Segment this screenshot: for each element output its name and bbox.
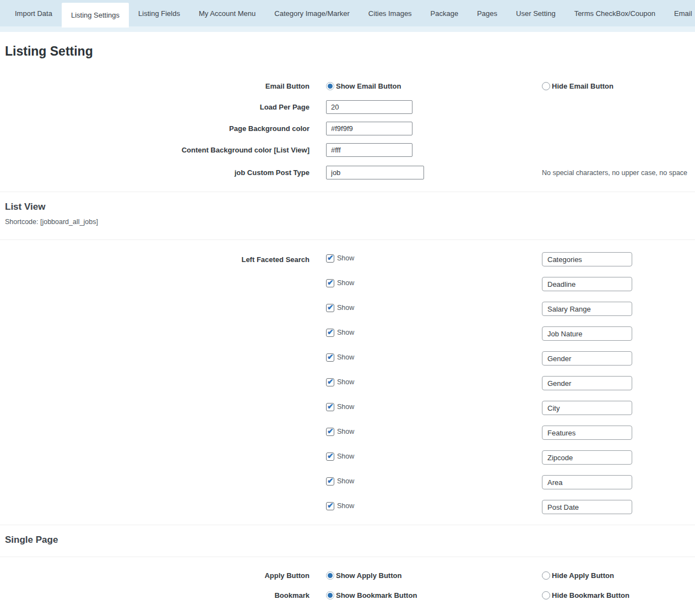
hide-bookmark-button-radio-option[interactable]: Hide Bookmark Button (542, 591, 695, 599)
facet-show-label: Show (337, 428, 354, 435)
tab-import-data[interactable]: Import Data (6, 0, 62, 26)
facet-name-input[interactable] (542, 401, 632, 415)
tab-pages[interactable]: Pages (468, 0, 507, 26)
checkbox-icon[interactable] (326, 428, 334, 436)
content-background-color-input[interactable] (326, 143, 412, 157)
checkbox-icon[interactable] (326, 477, 334, 486)
facet-name-input[interactable] (542, 475, 632, 489)
tab-category-image-marker[interactable]: Category Image/Marker (265, 0, 359, 26)
content-background-color-label: Content Background color [List View] (0, 146, 326, 154)
checkbox-icon[interactable] (326, 329, 334, 337)
facet-name-input[interactable] (542, 302, 632, 316)
facet-name-input[interactable] (542, 277, 632, 291)
left-faceted-search-label: Left Faceted Search (0, 255, 326, 264)
tab-listing-fields[interactable]: Listing Fields (129, 0, 189, 26)
page-background-color-row: Page Background color (0, 122, 695, 135)
facet-row: Show (0, 376, 695, 390)
radio-icon[interactable] (542, 82, 550, 90)
divider (0, 192, 695, 192)
checkbox-icon[interactable] (326, 403, 334, 411)
email-button-label: Email Button (0, 82, 326, 90)
tab-label: Listing Fields (138, 9, 180, 18)
tab-label: User Setting (516, 9, 556, 18)
divider (0, 239, 695, 240)
facet-show-checkbox-option[interactable]: Show (326, 428, 542, 436)
facet-show-label: Show (337, 329, 354, 336)
load-per-page-label: Load Per Page (0, 103, 326, 111)
show-apply-button-radio-option[interactable]: Show Apply Button (326, 571, 542, 580)
tab-label: My Account Menu (199, 9, 256, 18)
general-settings-form: Email Button Show Email Button Hide Emai… (0, 82, 695, 179)
tab-user-setting[interactable]: User Setting (507, 0, 565, 26)
page-title: Listing Setting (5, 44, 695, 59)
facet-name-input[interactable] (542, 500, 632, 514)
checkbox-icon[interactable] (326, 279, 334, 287)
custom-post-type-note: No special characters, no upper case, no… (542, 169, 695, 177)
facet-name-input[interactable] (542, 450, 632, 465)
checkbox-icon[interactable] (326, 254, 334, 263)
tab-email[interactable]: Email (665, 0, 695, 26)
email-button-row: Email Button Show Email Button Hide Emai… (0, 82, 695, 90)
radio-icon[interactable] (326, 571, 334, 580)
show-bookmark-button-radio-option[interactable]: Show Bookmark Button (326, 591, 542, 599)
radio-icon[interactable] (542, 591, 550, 599)
page-background-color-label: Page Background color (0, 124, 326, 133)
tab-label: Pages (477, 9, 497, 18)
tab-my-account-menu[interactable]: My Account Menu (189, 0, 265, 26)
facet-name-input[interactable] (542, 351, 632, 366)
load-per-page-input[interactable] (326, 100, 412, 114)
hide-apply-button-radio-option[interactable]: Hide Apply Button (542, 571, 695, 580)
facet-show-checkbox-option[interactable]: Show (326, 304, 542, 312)
tab-listing-settings[interactable]: Listing Settings (62, 3, 129, 28)
radio-icon[interactable] (326, 591, 334, 599)
facet-name-input[interactable] (542, 426, 632, 440)
facet-show-checkbox-option[interactable]: Show (326, 329, 542, 337)
facet-name-input[interactable] (542, 252, 632, 266)
single-page-section-title: Single Page (5, 535, 695, 546)
facet-show-checkbox-option[interactable]: Show (326, 403, 542, 411)
page-background-color-input[interactable] (326, 122, 412, 135)
facet-row: Show (0, 426, 695, 439)
facet-show-checkbox-option[interactable]: Show (326, 378, 542, 386)
facet-show-checkbox-option[interactable]: Show (326, 279, 542, 287)
tab-terms-checkbox-coupon[interactable]: Terms CheckBox/Coupon (565, 0, 665, 26)
tab-label: Package (431, 9, 459, 18)
tab-cities-images[interactable]: Cities Images (359, 0, 421, 26)
facet-show-checkbox-option[interactable]: Show (326, 254, 542, 263)
tab-label: Terms CheckBox/Coupon (574, 9, 655, 18)
show-email-button-radio-label: Show Email Button (336, 82, 401, 90)
radio-icon[interactable] (326, 82, 334, 90)
tab-label: Import Data (15, 9, 52, 18)
checkbox-icon[interactable] (326, 304, 334, 312)
left-faceted-search-group: Left Faceted Search Show Show (0, 252, 695, 514)
facet-row: Left Faceted Search Show (0, 252, 695, 266)
apply-button-row: Apply Button Show Apply Button Hide Appl… (0, 571, 695, 580)
facet-show-checkbox-option[interactable]: Show (326, 453, 542, 461)
hide-email-button-radio-option[interactable]: Hide Email Button (542, 82, 695, 90)
checkbox-icon[interactable] (326, 378, 334, 386)
facet-name-input[interactable] (542, 326, 632, 341)
custom-post-type-input[interactable] (326, 166, 424, 179)
facet-show-checkbox-option[interactable]: Show (326, 353, 542, 362)
checkbox-icon[interactable] (326, 502, 334, 510)
show-bookmark-button-radio-label: Show Bookmark Button (336, 591, 417, 599)
hide-bookmark-button-radio-label: Hide Bookmark Button (552, 591, 629, 599)
facet-row: Show (0, 450, 695, 464)
hide-email-button-radio-label: Hide Email Button (552, 82, 613, 90)
settings-tabbar: Import Data Listing Settings Listing Fie… (0, 0, 695, 26)
checkbox-icon[interactable] (326, 453, 334, 461)
tab-label: Email (674, 9, 692, 18)
facet-row: Show (0, 500, 695, 514)
facet-show-label: Show (337, 502, 354, 510)
divider (0, 557, 695, 557)
facet-row: Show (0, 277, 695, 291)
facet-name-input[interactable] (542, 376, 632, 390)
show-email-button-radio-option[interactable]: Show Email Button (326, 82, 542, 90)
hide-apply-button-radio-label: Hide Apply Button (552, 571, 614, 580)
radio-icon[interactable] (542, 571, 550, 580)
checkbox-icon[interactable] (326, 353, 334, 362)
facet-row: Show (0, 351, 695, 365)
facet-show-checkbox-option[interactable]: Show (326, 477, 542, 486)
facet-show-checkbox-option[interactable]: Show (326, 502, 542, 510)
tab-package[interactable]: Package (421, 0, 468, 26)
